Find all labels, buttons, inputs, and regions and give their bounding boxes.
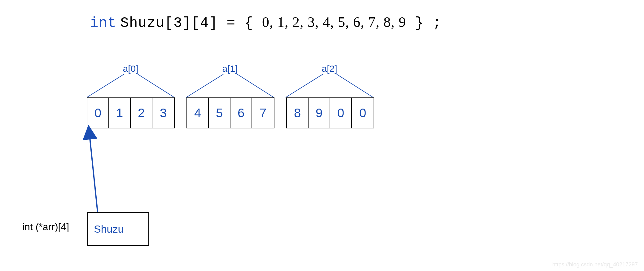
group-label-0: a[0] — [87, 70, 174, 97]
pointer-type-label: int (*arr)[4] — [22, 221, 69, 233]
array-block-1: 4 5 6 7 — [186, 97, 274, 128]
group-labels-row: a[0] a[1] a[2] — [87, 70, 373, 97]
v-connector-2 — [286, 70, 373, 97]
cell: 1 — [109, 98, 131, 128]
cell: 9 — [309, 98, 330, 128]
svg-line-0 — [87, 74, 124, 97]
svg-line-7 — [89, 132, 98, 212]
cell: 5 — [209, 98, 230, 128]
pointer-box: Shuzu — [87, 212, 149, 246]
group-label-2: a[2] — [286, 70, 373, 97]
pointer-arrow — [87, 128, 112, 213]
svg-line-4 — [286, 74, 323, 97]
code-declaration: int Shuzu[3][4] = { 0, 1, 2, 3, 4, 5, 6,… — [90, 14, 441, 31]
svg-line-5 — [337, 74, 373, 97]
dim1: [3] — [164, 15, 191, 31]
array-block-2: 8 9 0 0 — [286, 97, 374, 128]
cell: 7 — [252, 98, 274, 128]
array-blocks-row: 0 1 2 3 4 5 6 7 8 9 0 0 — [87, 97, 374, 128]
brace-open: { — [244, 15, 262, 31]
init-values: 0, 1, 2, 3, 4, 5, 6, 7, 8, 9 — [262, 14, 406, 30]
cell: 0 — [330, 98, 352, 128]
cell: 6 — [230, 98, 252, 128]
brace-close: } ; — [406, 15, 441, 31]
svg-line-3 — [237, 74, 274, 97]
identifier: Shuzu — [120, 15, 164, 31]
keyword-int: int — [90, 15, 116, 31]
group-label-1: a[1] — [186, 70, 274, 97]
svg-line-2 — [186, 74, 223, 97]
cell: 0 — [87, 98, 109, 128]
watermark: https://blog.csdn.net/qq_40217297 — [552, 261, 638, 268]
array-block-0: 0 1 2 3 — [87, 97, 175, 128]
equals: = — [218, 15, 244, 31]
cell: 8 — [287, 98, 309, 128]
cell: 2 — [131, 98, 152, 128]
pointer-box-text: Shuzu — [94, 223, 124, 235]
dim2: [4] — [191, 15, 218, 31]
svg-line-1 — [138, 74, 174, 97]
cell: 3 — [152, 98, 174, 128]
cell: 4 — [187, 98, 209, 128]
v-connector-1 — [186, 70, 274, 97]
cell: 0 — [352, 98, 374, 128]
v-connector-0 — [87, 70, 174, 97]
